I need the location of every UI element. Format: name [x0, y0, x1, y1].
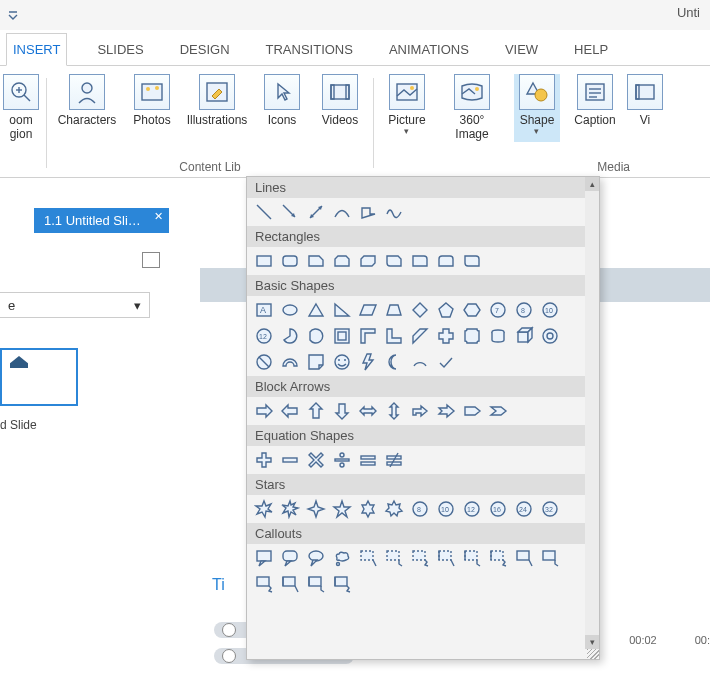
shape-round-same-rect[interactable]: [435, 250, 457, 272]
shape-callout-accent1[interactable]: [435, 547, 457, 569]
shape-callout-border-accent2[interactable]: [305, 573, 327, 595]
videos-button[interactable]: Videos: [317, 74, 363, 128]
shape-callout-line1[interactable]: [357, 547, 379, 569]
shape-round-diag-rect[interactable]: [461, 250, 483, 272]
shape-cube[interactable]: [513, 325, 535, 347]
shape-arrow-down[interactable]: [331, 400, 353, 422]
shape-diamond[interactable]: [409, 299, 431, 321]
shape-rectangle[interactable]: [253, 250, 275, 272]
shape-star6[interactable]: [357, 498, 379, 520]
shape-callout-line2[interactable]: [383, 547, 405, 569]
shape-star4[interactable]: [305, 498, 327, 520]
slide-tab[interactable]: 1.1 Untitled Sli… ✕: [34, 208, 169, 233]
shape-arrow-right[interactable]: [253, 400, 275, 422]
tab-view[interactable]: VIEW: [499, 34, 544, 65]
shape-callout-accent3[interactable]: [487, 547, 509, 569]
tab-animations[interactable]: ANIMATIONS: [383, 34, 475, 65]
shape-half-frame[interactable]: [357, 325, 379, 347]
shape-division[interactable]: [331, 449, 353, 471]
shape-plaque[interactable]: [461, 325, 483, 347]
shape-double-arrow-line[interactable]: [305, 201, 327, 223]
tab-help[interactable]: HELP: [568, 34, 614, 65]
shape-snip-round-rect[interactable]: [383, 250, 405, 272]
shape-callout-border3[interactable]: [253, 573, 275, 595]
shape-star7[interactable]: [383, 498, 405, 520]
scroll-down-icon[interactable]: ▾: [585, 635, 599, 649]
shape-arrow-notched[interactable]: [435, 400, 457, 422]
tab-transitions[interactable]: TRANSITIONS: [260, 34, 359, 65]
qat-customize-icon[interactable]: [6, 8, 20, 22]
shape-star5[interactable]: [331, 498, 353, 520]
photos-button[interactable]: Photos: [129, 74, 175, 128]
close-icon[interactable]: ✕: [154, 210, 163, 223]
shape-right-triangle[interactable]: [331, 299, 353, 321]
icons-button[interactable]: Icons: [259, 74, 305, 128]
scene-dropdown[interactable]: e: [0, 292, 150, 318]
shape-text-box[interactable]: A: [253, 299, 275, 321]
shape-pentagon[interactable]: [435, 299, 457, 321]
shape-callout-border-accent3[interactable]: [331, 573, 353, 595]
shape-smiley[interactable]: [331, 351, 353, 373]
shape-snip-single-rect[interactable]: [305, 250, 327, 272]
shape-arrow-left-right[interactable]: [357, 400, 379, 422]
shape-line[interactable]: [253, 201, 275, 223]
shape-callout-accent2[interactable]: [461, 547, 483, 569]
tab-slides[interactable]: SLIDES: [91, 34, 149, 65]
shape-block-arc[interactable]: [279, 351, 301, 373]
shape-decagon[interactable]: 10: [539, 299, 561, 321]
shape-star16[interactable]: 16: [487, 498, 509, 520]
scroll-up-icon[interactable]: ▴: [585, 177, 599, 191]
shape-moon[interactable]: [383, 351, 405, 373]
shape-arrow-up[interactable]: [305, 400, 327, 422]
shape-snip-diag-rect[interactable]: [357, 250, 379, 272]
shape-dodecagon[interactable]: 12: [253, 325, 275, 347]
print-icon[interactable]: [142, 252, 160, 268]
shape-arrow-bent[interactable]: [409, 400, 431, 422]
shape-pie[interactable]: [279, 325, 301, 347]
shape-round-single-rect[interactable]: [409, 250, 431, 272]
shape-arrow-left[interactable]: [279, 400, 301, 422]
shape-snip-same-rect[interactable]: [331, 250, 353, 272]
shape-arrow-pentagon[interactable]: [461, 400, 483, 422]
shape-callout-border-accent1[interactable]: [279, 573, 301, 595]
slide-thumbnail[interactable]: [0, 348, 78, 406]
caption-button[interactable]: Caption: [572, 74, 618, 142]
shape-diag-stripe[interactable]: [409, 325, 431, 347]
tab-insert[interactable]: INSERT: [6, 33, 67, 66]
shape-star8[interactable]: 8: [409, 498, 431, 520]
shape-arrow-chevron[interactable]: [487, 400, 509, 422]
shape-l-shape[interactable]: [383, 325, 405, 347]
shape-callout-rect[interactable]: [253, 547, 275, 569]
shape-folded-corner[interactable]: [305, 351, 327, 373]
illustrations-button[interactable]: Illustrations: [187, 74, 247, 128]
shape-octagon[interactable]: 8: [513, 299, 535, 321]
shape-arrow-line[interactable]: [279, 201, 301, 223]
picture-button[interactable]: Picture: [384, 74, 430, 142]
shape-can[interactable]: [487, 325, 509, 347]
shape-trapezoid[interactable]: [383, 299, 405, 321]
shape-equal[interactable]: [357, 449, 379, 471]
shape-button[interactable]: Shape: [514, 74, 560, 142]
shape-star10[interactable]: 10: [435, 498, 457, 520]
shape-curve[interactable]: [331, 201, 353, 223]
canvas-title-placeholder[interactable]: Ti: [212, 576, 225, 594]
shape-oval[interactable]: [279, 299, 301, 321]
shape-lightning[interactable]: [357, 351, 379, 373]
shape-cross[interactable]: [435, 325, 457, 347]
shape-donut[interactable]: [539, 325, 561, 347]
shape-freeform[interactable]: [357, 201, 379, 223]
shape-star12[interactable]: 12: [461, 498, 483, 520]
characters-button[interactable]: Characters: [57, 74, 117, 128]
shape-callout-border2[interactable]: [539, 547, 561, 569]
shape-multiply[interactable]: [305, 449, 327, 471]
shape-hexagon[interactable]: [461, 299, 483, 321]
zoom-region-button[interactable]: oomgion: [6, 74, 36, 142]
shape-minus[interactable]: [279, 449, 301, 471]
video-button-cut[interactable]: Vi: [630, 74, 660, 142]
shape-parallelogram[interactable]: [357, 299, 379, 321]
shape-explosion2[interactable]: [279, 498, 301, 520]
shape-callout-line3[interactable]: [409, 547, 431, 569]
shape-plus[interactable]: [253, 449, 275, 471]
shape-frame[interactable]: [331, 325, 353, 347]
shape-rounded-rectangle[interactable]: [279, 250, 301, 272]
